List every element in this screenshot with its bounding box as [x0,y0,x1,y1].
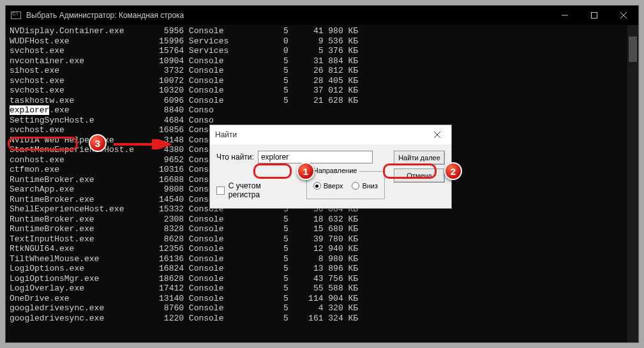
svg-rect-1 [592,13,597,19]
find-dialog: Найти Что найти: С учетом регистра Напра… [209,125,452,209]
minimize-button[interactable] [550,6,580,25]
find-input[interactable] [258,151,373,163]
find-title: Найти [215,130,424,139]
close-button[interactable] [609,6,638,25]
cancel-button[interactable]: Отмена [394,169,445,183]
direction-down-label: Вниз [362,182,378,190]
find-titlebar[interactable]: Найти [210,125,451,144]
scrollbar[interactable] [627,25,638,342]
titlebar[interactable]: C:\ Выбрать Администратор: Командная стр… [6,6,638,25]
cmd-icon: C:\ [11,11,21,19]
find-close-button[interactable] [424,126,450,144]
direction-legend: Направление [311,167,360,174]
window-title: Выбрать Администратор: Командная строка [26,11,550,20]
find-what-label: Что найти: [216,153,254,162]
find-next-button[interactable]: Найти далее [394,151,445,165]
match-case-label: С учетом регистра [228,181,294,199]
scrollbar-thumb[interactable] [629,36,637,62]
direction-up-label: Вверх [324,182,343,190]
direction-up-radio[interactable] [313,182,321,190]
match-case-checkbox[interactable] [216,186,225,195]
direction-down-radio[interactable] [352,182,359,190]
maximize-button[interactable] [580,6,609,25]
